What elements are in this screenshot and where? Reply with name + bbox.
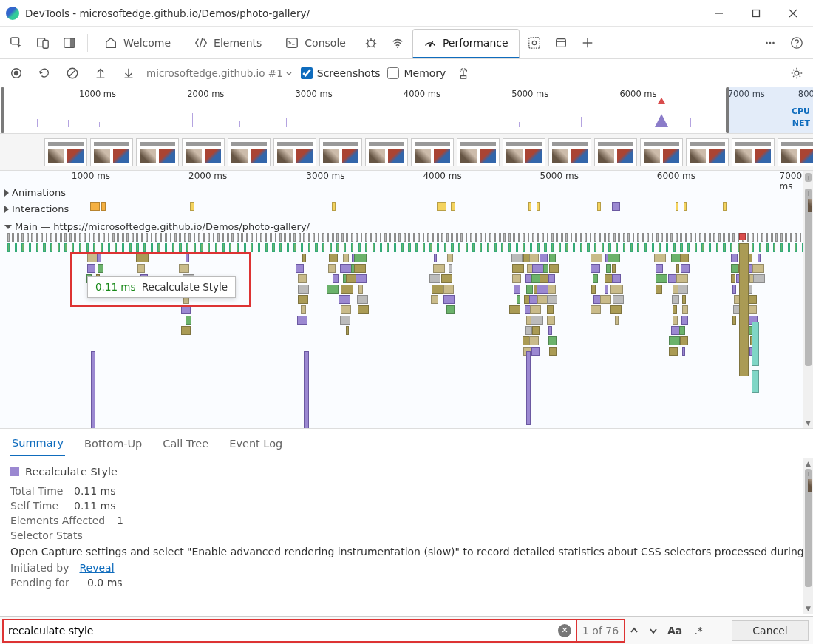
flame-chart[interactable]: 1000 ms2000 ms3000 ms4000 ms5000 ms6000 … [0,171,813,429]
flame-event[interactable] [543,264,548,273]
flame-event[interactable] [343,254,350,262]
garbage-collect-button[interactable] [453,63,474,84]
flame-event[interactable] [431,295,438,304]
flame-event[interactable] [525,326,532,335]
flame-event[interactable] [354,254,367,262]
regex-button[interactable]: .* [687,621,710,640]
flame-event[interactable] [673,305,677,314]
flame-event[interactable] [669,347,678,356]
filmstrip-thumbnail[interactable] [640,138,683,166]
flame-event[interactable] [732,316,736,325]
flame-event[interactable] [672,295,679,304]
overview-minimap[interactable]: 1000 ms2000 ms3000 ms4000 ms5000 ms6000 … [0,87,813,134]
flame-event[interactable] [612,264,616,273]
flame-event[interactable] [298,274,307,283]
clear-button[interactable] [62,63,83,84]
flame-event[interactable] [591,264,601,273]
flame-event[interactable] [297,316,307,325]
flame-event[interactable] [346,274,356,283]
flame-event[interactable] [610,305,622,314]
flame-event[interactable] [591,305,602,314]
filmstrip-thumbnail[interactable] [44,138,87,166]
flame-event[interactable] [441,274,452,283]
filmstrip-thumbnail[interactable] [457,138,500,166]
tab-elements[interactable]: Elements [184,28,272,58]
flame-event[interactable] [356,274,367,283]
flame-event[interactable] [548,326,552,335]
filmstrip-thumbnail[interactable] [273,138,316,166]
load-profile-button[interactable] [90,63,111,84]
flame-event[interactable] [447,254,453,262]
add-tab-icon[interactable] [576,31,599,55]
flame-event[interactable] [357,295,368,304]
flame-event[interactable] [676,274,687,283]
flame-event[interactable] [517,295,520,304]
flame-event[interactable] [548,274,556,283]
filmstrip-thumbnail[interactable] [548,138,591,166]
tab-bottom-up[interactable]: Bottom-Up [83,432,143,455]
flame-event[interactable] [549,264,559,273]
flame-event[interactable] [613,295,624,304]
window-maximize-button[interactable] [742,3,770,24]
flame-event[interactable] [548,336,557,345]
flame-event[interactable] [591,254,602,262]
tab-event-log[interactable]: Event Log [228,432,284,455]
filmstrip-thumbnail[interactable] [136,138,179,166]
save-profile-button[interactable] [118,63,139,84]
flame-event[interactable] [656,285,662,294]
window-minimize-button[interactable] [705,3,733,24]
flame-event[interactable] [678,285,688,294]
screenshots-checkbox[interactable]: Screenshots [301,67,381,79]
bug-icon[interactable] [359,31,383,55]
flame-event[interactable] [532,326,540,335]
filmstrip-thumbnail[interactable] [686,138,729,166]
flame-event[interactable] [446,305,455,314]
flame-event[interactable] [434,254,438,262]
search-next-button[interactable] [644,621,663,640]
flame-event[interactable] [329,254,338,262]
filmstrip-thumbnail[interactable] [319,138,362,166]
flame-event[interactable] [681,316,688,325]
flame-event[interactable] [340,264,352,273]
flame-event[interactable] [654,254,666,262]
animations-track-header[interactable]: Animations [0,186,70,200]
flame-event[interactable] [680,336,689,345]
flame-event[interactable] [443,285,453,294]
flame-event[interactable] [432,285,443,294]
flame-event[interactable] [605,285,608,294]
flame-event[interactable] [749,295,757,304]
filmstrip-thumbnail[interactable] [365,138,408,166]
flame-event[interactable] [731,254,738,262]
flame-event[interactable] [328,264,336,273]
flame-event[interactable] [358,305,370,314]
flame-ruler-scrollbar[interactable] [803,171,813,184]
flame-event[interactable] [615,316,619,325]
flame-event[interactable] [301,305,305,314]
flame-event[interactable] [526,285,534,294]
record-button[interactable] [6,63,27,84]
reload-record-button[interactable] [34,63,55,84]
search-input[interactable] [8,625,558,637]
flame-event[interactable] [509,305,520,314]
memory-checkbox[interactable]: Memory [387,67,446,79]
flame-event[interactable] [298,285,309,294]
flame-event[interactable] [732,285,736,294]
flame-event[interactable] [341,305,351,314]
flame-event[interactable] [591,285,596,294]
flame-event[interactable] [443,295,455,304]
flame-scrollbar[interactable]: ▼ ▼ [803,184,813,428]
main-track-header[interactable]: Main — https://microsoftedge.github.io/D… [0,220,314,234]
filmstrip-thumbnail[interactable] [778,138,813,166]
flame-event[interactable] [512,264,524,273]
flame-event[interactable] [298,295,307,304]
flame-event[interactable] [679,326,685,335]
tab-performance[interactable]: Performance [412,29,520,58]
flame-event[interactable] [753,274,765,283]
device-emulation-icon[interactable] [31,31,55,55]
flame-event[interactable] [540,254,547,262]
flame-event[interactable] [531,316,543,325]
flame-event[interactable] [548,285,556,294]
filmstrip-thumbnail[interactable] [90,138,133,166]
flame-event[interactable] [669,336,680,345]
flame-event[interactable] [656,274,667,283]
